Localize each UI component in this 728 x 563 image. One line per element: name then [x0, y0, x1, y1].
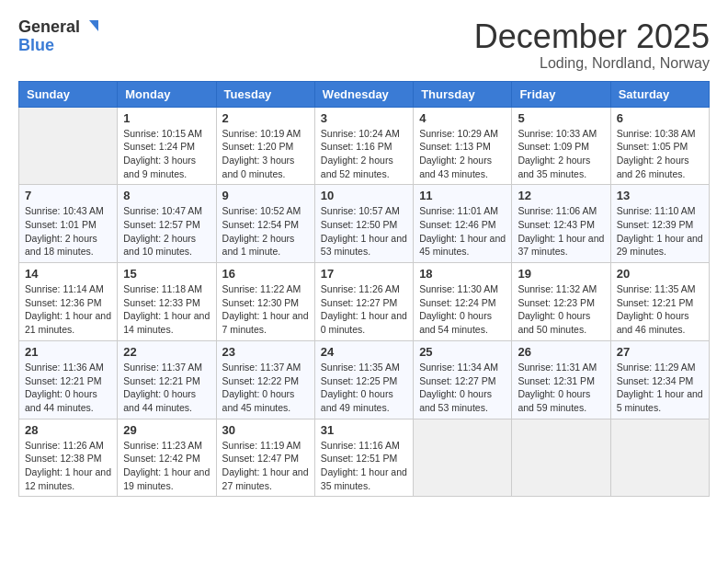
- day-number: 6: [617, 111, 703, 125]
- day-number: 26: [518, 345, 604, 359]
- day-number: 28: [25, 423, 111, 437]
- day-number: 3: [321, 111, 407, 125]
- calendar-cell: 31Sunrise: 11:16 AM Sunset: 12:51 PM Day…: [314, 419, 413, 497]
- day-number: 8: [123, 189, 210, 202]
- day-info: Sunrise: 10:33 AM Sunset: 1:09 PM Daylig…: [518, 127, 604, 181]
- calendar-cell: 30Sunrise: 11:19 AM Sunset: 12:47 PM Day…: [216, 419, 314, 497]
- title-section: December 2025 Loding, Nordland, Norway: [474, 18, 710, 72]
- calendar-cell: 19Sunrise: 11:32 AM Sunset: 12:23 PM Day…: [512, 263, 610, 341]
- calendar-cell: 9Sunrise: 10:52 AM Sunset: 12:54 PM Dayl…: [216, 185, 314, 263]
- day-info: Sunrise: 11:30 AM Sunset: 12:24 PM Dayli…: [419, 282, 506, 337]
- day-number: 19: [518, 267, 604, 281]
- day-info: Sunrise: 11:26 AM Sunset: 12:38 PM Dayli…: [25, 439, 111, 493]
- day-number: 29: [123, 423, 210, 437]
- day-number: 24: [321, 345, 407, 359]
- calendar-cell: 16Sunrise: 11:22 AM Sunset: 12:30 PM Day…: [216, 263, 314, 341]
- calendar-cell: [512, 419, 610, 497]
- day-number: 23: [222, 345, 309, 359]
- day-number: 13: [617, 189, 703, 202]
- day-info: Sunrise: 10:15 AM Sunset: 1:24 PM Daylig…: [123, 127, 210, 181]
- day-number: 12: [518, 189, 604, 202]
- day-info: Sunrise: 11:37 AM Sunset: 12:22 PM Dayli…: [222, 361, 309, 415]
- day-info: Sunrise: 10:52 AM Sunset: 12:54 PM Dayli…: [222, 204, 309, 259]
- calendar-cell: 28Sunrise: 11:26 AM Sunset: 12:38 PM Day…: [19, 419, 118, 497]
- weekday-header: Monday: [118, 81, 216, 107]
- day-number: 30: [222, 423, 309, 437]
- logo-triangle-icon: [82, 18, 100, 37]
- calendar-cell: 11Sunrise: 11:01 AM Sunset: 12:46 PM Day…: [414, 185, 512, 263]
- day-info: Sunrise: 11:35 AM Sunset: 12:25 PM Dayli…: [321, 361, 407, 415]
- day-info: Sunrise: 11:10 AM Sunset: 12:39 PM Dayli…: [617, 204, 703, 259]
- day-info: Sunrise: 11:18 AM Sunset: 12:33 PM Dayli…: [123, 282, 210, 337]
- calendar-week-row: 21Sunrise: 11:36 AM Sunset: 12:21 PM Day…: [19, 340, 710, 419]
- day-number: 9: [222, 189, 309, 202]
- calendar-week-row: 28Sunrise: 11:26 AM Sunset: 12:38 PM Day…: [19, 419, 710, 497]
- calendar-cell: 2Sunrise: 10:19 AM Sunset: 1:20 PM Dayli…: [216, 107, 314, 185]
- day-number: 31: [321, 423, 407, 437]
- calendar-cell: 8Sunrise: 10:47 AM Sunset: 12:57 PM Dayl…: [118, 185, 216, 263]
- calendar-cell: 20Sunrise: 11:35 AM Sunset: 12:21 PM Day…: [610, 263, 709, 341]
- calendar-cell: 14Sunrise: 11:14 AM Sunset: 12:36 PM Day…: [19, 263, 118, 341]
- calendar-cell: 10Sunrise: 10:57 AM Sunset: 12:50 PM Day…: [314, 185, 413, 263]
- calendar-cell: 17Sunrise: 11:26 AM Sunset: 12:27 PM Day…: [314, 263, 413, 341]
- day-info: Sunrise: 11:06 AM Sunset: 12:43 PM Dayli…: [518, 204, 604, 259]
- day-info: Sunrise: 11:23 AM Sunset: 12:42 PM Dayli…: [123, 439, 210, 493]
- day-number: 5: [518, 111, 604, 125]
- weekday-header: Saturday: [610, 81, 709, 107]
- day-number: 15: [123, 267, 210, 281]
- day-info: Sunrise: 11:31 AM Sunset: 12:31 PM Dayli…: [518, 361, 604, 415]
- day-info: Sunrise: 11:19 AM Sunset: 12:47 PM Dayli…: [222, 439, 309, 493]
- calendar-week-row: 7Sunrise: 10:43 AM Sunset: 1:01 PM Dayli…: [19, 185, 710, 263]
- day-number: 17: [321, 267, 407, 281]
- calendar-cell: 6Sunrise: 10:38 AM Sunset: 1:05 PM Dayli…: [610, 107, 709, 185]
- calendar-cell: 3Sunrise: 10:24 AM Sunset: 1:16 PM Dayli…: [314, 107, 413, 185]
- weekday-header-row: SundayMondayTuesdayWednesdayThursdayFrid…: [19, 81, 710, 107]
- day-number: 1: [123, 111, 210, 125]
- calendar-cell: 15Sunrise: 11:18 AM Sunset: 12:33 PM Day…: [118, 263, 216, 341]
- month-title: December 2025: [474, 18, 710, 55]
- day-info: Sunrise: 11:29 AM Sunset: 12:34 PM Dayli…: [617, 361, 703, 415]
- day-number: 4: [419, 111, 506, 125]
- day-info: Sunrise: 10:19 AM Sunset: 1:20 PM Daylig…: [222, 127, 309, 181]
- weekday-header: Friday: [512, 81, 610, 107]
- day-info: Sunrise: 10:29 AM Sunset: 1:13 PM Daylig…: [419, 127, 506, 181]
- day-number: 21: [25, 345, 111, 359]
- day-info: Sunrise: 11:22 AM Sunset: 12:30 PM Dayli…: [222, 282, 309, 337]
- day-number: 11: [419, 189, 506, 202]
- logo-blue: Blue: [18, 37, 100, 55]
- day-info: Sunrise: 11:37 AM Sunset: 12:21 PM Dayli…: [123, 361, 210, 415]
- weekday-header: Wednesday: [314, 81, 413, 107]
- calendar-cell: 5Sunrise: 10:33 AM Sunset: 1:09 PM Dayli…: [512, 107, 610, 185]
- calendar-cell: [610, 419, 709, 497]
- calendar-cell: 23Sunrise: 11:37 AM Sunset: 12:22 PM Day…: [216, 340, 314, 419]
- calendar-cell: 4Sunrise: 10:29 AM Sunset: 1:13 PM Dayli…: [414, 107, 512, 185]
- calendar-cell: 22Sunrise: 11:37 AM Sunset: 12:21 PM Day…: [118, 340, 216, 419]
- day-info: Sunrise: 11:34 AM Sunset: 12:27 PM Dayli…: [419, 361, 506, 415]
- day-number: 7: [25, 189, 111, 202]
- day-number: 14: [25, 267, 111, 281]
- day-info: Sunrise: 11:14 AM Sunset: 12:36 PM Dayli…: [25, 282, 111, 337]
- day-info: Sunrise: 11:32 AM Sunset: 12:23 PM Dayli…: [518, 282, 604, 337]
- calendar-cell: 26Sunrise: 11:31 AM Sunset: 12:31 PM Day…: [512, 340, 610, 419]
- day-number: 20: [617, 267, 703, 281]
- logo: General Blue: [18, 18, 100, 55]
- calendar-week-row: 1Sunrise: 10:15 AM Sunset: 1:24 PM Dayli…: [19, 107, 710, 185]
- calendar-cell: 24Sunrise: 11:35 AM Sunset: 12:25 PM Day…: [314, 340, 413, 419]
- weekday-header: Sunday: [19, 81, 118, 107]
- day-info: Sunrise: 10:43 AM Sunset: 1:01 PM Daylig…: [25, 204, 111, 259]
- calendar-table: SundayMondayTuesdayWednesdayThursdayFrid…: [18, 81, 710, 498]
- day-number: 27: [617, 345, 703, 359]
- weekday-header: Thursday: [414, 81, 512, 107]
- svg-marker-0: [89, 20, 98, 31]
- day-info: Sunrise: 11:01 AM Sunset: 12:46 PM Dayli…: [419, 204, 506, 259]
- day-info: Sunrise: 11:16 AM Sunset: 12:51 PM Dayli…: [321, 439, 407, 493]
- calendar-cell: 29Sunrise: 11:23 AM Sunset: 12:42 PM Day…: [118, 419, 216, 497]
- day-number: 22: [123, 345, 210, 359]
- day-number: 25: [419, 345, 506, 359]
- day-info: Sunrise: 11:35 AM Sunset: 12:21 PM Dayli…: [617, 282, 703, 337]
- day-number: 10: [321, 189, 407, 202]
- calendar-cell: 18Sunrise: 11:30 AM Sunset: 12:24 PM Day…: [414, 263, 512, 341]
- logo-general: General: [18, 18, 80, 37]
- day-number: 16: [222, 267, 309, 281]
- calendar-cell: 1Sunrise: 10:15 AM Sunset: 1:24 PM Dayli…: [118, 107, 216, 185]
